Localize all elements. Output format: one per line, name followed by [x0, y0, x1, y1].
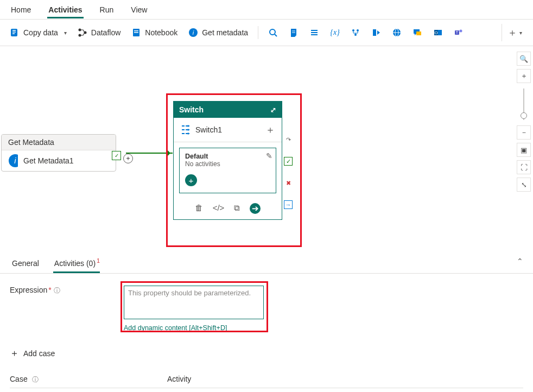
get-metadata-node-name: Get Metadata1: [23, 156, 74, 165]
default-case-box[interactable]: ✎ Default No activities +: [179, 148, 276, 193]
top-tabs: Home Activities Run View: [0, 0, 533, 19]
zoom-out-button[interactable]: －: [517, 125, 531, 140]
dataflow-button[interactable]: Dataflow: [73, 25, 125, 40]
switch-node-name: Switch1: [195, 125, 222, 134]
script-button[interactable]: [284, 25, 303, 40]
globe-icon: [392, 28, 402, 37]
fail-port[interactable]: ✖: [284, 179, 293, 187]
svg-rect-6: [134, 32, 138, 33]
dataflow-label: Dataflow: [91, 28, 120, 37]
col-activity: Activity: [167, 375, 191, 384]
info-icon[interactable]: ⓘ: [54, 287, 60, 294]
chat-button[interactable]: [408, 25, 427, 40]
invoke-button[interactable]: [367, 25, 385, 40]
zoom-slider-thumb[interactable]: [521, 112, 527, 119]
pipeline-icon: [351, 28, 360, 37]
svg-rect-13: [311, 34, 318, 35]
svg-point-9: [270, 29, 275, 35]
web-button[interactable]: [388, 25, 406, 40]
case-title: Default: [185, 153, 270, 160]
list-icon: [309, 28, 319, 37]
zoom-in-button[interactable]: ＋: [517, 69, 531, 83]
ribbon-add-button[interactable]: ＋: [502, 24, 528, 41]
plus-icon: ＋: [10, 347, 19, 359]
svg-point-28: [9, 154, 18, 167]
outlook-icon: O: [433, 28, 443, 37]
code-icon[interactable]: </>: [213, 203, 225, 214]
tab-run[interactable]: Run: [99, 2, 115, 18]
copy-data-button[interactable]: Copy data: [5, 25, 71, 40]
pipeline-button[interactable]: [346, 25, 365, 40]
variable-button[interactable]: {x}: [326, 25, 344, 40]
svg-rect-17: [373, 29, 376, 36]
pipeline-canvas[interactable]: Get Metadata i Get Metadata1 ✓ + Switch …: [0, 46, 515, 251]
skip-port[interactable]: ↷: [284, 135, 293, 144]
svg-rect-0: [11, 29, 17, 36]
details-tabs: General Activities (0)1 ⌃: [0, 251, 533, 273]
collapse-canvas-button[interactable]: ⤡: [517, 178, 531, 192]
svg-point-14: [352, 29, 354, 31]
zoom-slider[interactable]: [523, 88, 524, 120]
teams-button[interactable]: T: [449, 25, 468, 40]
expand-icon[interactable]: ⤢: [270, 106, 276, 114]
chat-icon: [413, 28, 422, 37]
add-connection-port[interactable]: +: [123, 154, 133, 163]
search-icon: [268, 28, 278, 37]
notebook-label: Notebook: [145, 28, 177, 37]
svg-line-10: [275, 34, 277, 36]
add-case-icon[interactable]: ＋: [265, 123, 275, 136]
notebook-button[interactable]: Notebook: [127, 25, 182, 40]
case-subtitle: No activities: [185, 160, 270, 168]
tab-general[interactable]: General: [11, 257, 40, 273]
collapse-panel-button[interactable]: ⌃: [517, 257, 523, 265]
info-icon[interactable]: ⓘ: [32, 376, 39, 383]
teams-icon: T: [454, 28, 464, 37]
fit-screen-button[interactable]: ▣: [517, 143, 531, 157]
outlook-button[interactable]: O: [429, 25, 447, 40]
search-ribbon-button[interactable]: [264, 25, 282, 40]
svg-point-1: [78, 29, 81, 31]
get-metadata-node-header: Get Metadata: [2, 135, 116, 150]
pencil-icon[interactable]: ✎: [266, 151, 272, 160]
expression-input[interactable]: [124, 286, 264, 319]
switch-footer: 🗑 </> ⧉ ➔: [174, 199, 282, 219]
fullscreen-button[interactable]: ⛶: [517, 160, 531, 174]
get-metadata-button[interactable]: i Get metadata: [184, 25, 252, 40]
canvas-toolbar: 🔍 ＋ － ▣ ⛶ ⤡: [515, 46, 533, 251]
clone-icon[interactable]: ⧉: [234, 203, 240, 214]
details-panel: General Activities (0)1 ⌃ Expression*ⓘ A…: [0, 251, 533, 392]
svg-rect-5: [134, 30, 138, 31]
dataflow-icon: [78, 28, 87, 37]
get-metadata-node[interactable]: Get Metadata i Get Metadata1 ✓ +: [1, 134, 116, 172]
list-button[interactable]: [305, 25, 323, 40]
ribbon: Copy data Dataflow Notebook i Get metada…: [0, 19, 533, 46]
success-port[interactable]: ✓: [112, 151, 121, 160]
completion-port[interactable]: →: [284, 200, 293, 209]
svg-rect-21: [416, 31, 421, 35]
switch-icon: [180, 125, 190, 135]
col-case: Case: [10, 375, 28, 383]
variable-icon: {x}: [330, 28, 340, 37]
invoke-icon: [371, 28, 381, 37]
tab-view[interactable]: View: [130, 2, 148, 18]
delete-icon[interactable]: 🗑: [195, 203, 203, 214]
tab-activities[interactable]: Activities: [47, 2, 83, 18]
add-activity-button[interactable]: +: [185, 174, 197, 186]
go-icon[interactable]: ➔: [250, 203, 261, 214]
details-body: Expression*ⓘ Add dynamic content [Alt+Sh…: [0, 273, 533, 392]
add-case-button[interactable]: ＋ Add case: [10, 343, 523, 364]
info-icon: i: [8, 156, 18, 166]
expression-label: Expression*ⓘ: [10, 286, 118, 295]
switch-output-ports: ↷ ✓ ✖ →: [284, 135, 293, 209]
tab-home[interactable]: Home: [10, 2, 32, 18]
add-dynamic-content-link[interactable]: Add dynamic content [Alt+Shift+D]: [124, 324, 264, 332]
svg-point-2: [78, 34, 81, 37]
add-case-label: Add case: [23, 349, 55, 358]
tab-activities-detail[interactable]: Activities (0)1: [53, 257, 100, 273]
switch-node-header: Switch ⤢: [174, 102, 282, 118]
success-port[interactable]: ✓: [284, 157, 293, 166]
info-icon: i: [188, 28, 198, 37]
switch-node[interactable]: Switch ⤢ Switch1 ＋ ✎ Default No activiti…: [173, 101, 282, 220]
get-metadata-label: Get metadata: [202, 28, 248, 37]
search-canvas-button[interactable]: 🔍: [517, 52, 531, 66]
